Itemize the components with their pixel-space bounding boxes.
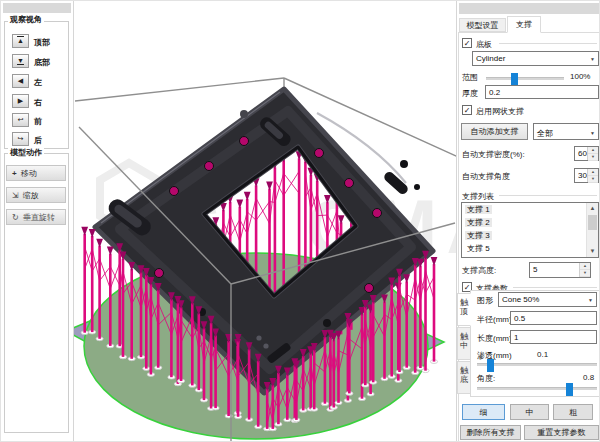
spin-up-icon[interactable]: ▲ bbox=[588, 169, 598, 176]
chevron-down-icon: ▼ bbox=[590, 130, 595, 136]
list-item[interactable]: 支撑 5 bbox=[462, 242, 598, 255]
right-dock-titlebar[interactable] bbox=[459, 3, 600, 14]
radius-input[interactable]: 0.5 bbox=[510, 311, 597, 325]
viewport-scene[interactable]: SOMA bbox=[74, 1, 456, 442]
penetration-value: 0.1 bbox=[537, 350, 548, 359]
shape-select[interactable]: Cone 50% ▼ bbox=[498, 292, 597, 307]
spin-down-icon[interactable]: ▼ bbox=[588, 154, 598, 161]
spin-down-icon[interactable]: ▼ bbox=[580, 270, 590, 277]
tab-support[interactable]: 支撑 bbox=[507, 16, 541, 33]
side-tab-middle[interactable]: 触中 bbox=[457, 327, 471, 360]
thickness-input[interactable]: 0.2 bbox=[485, 85, 599, 99]
auto-angle-label: 自动支撑角度 bbox=[462, 171, 510, 182]
move-button[interactable]: + 移动 bbox=[6, 165, 66, 181]
side-tab-bottom[interactable]: 触底 bbox=[457, 361, 471, 394]
model-action-group-title: 模型动作 bbox=[8, 147, 44, 158]
left-dock-titlebar[interactable] bbox=[3, 3, 71, 13]
range-value: 100% bbox=[570, 72, 590, 81]
bottom-plate-label: 底板 bbox=[476, 39, 492, 50]
list-item[interactable]: 支撑 2 bbox=[462, 216, 598, 229]
view-top-icon: ▲ bbox=[17, 37, 24, 44]
scale-button[interactable]: ⇲ 缩放 bbox=[6, 187, 66, 203]
slicer-app-window: 观察视角 ▲ 顶部 ▼ 底部 ◀ 左 ▶ 右 ↩ 前 ↪ 后 模型动作 + 移 bbox=[0, 0, 600, 442]
view-right-icon: ▶ bbox=[18, 97, 23, 104]
right-settings-panel: 模型设置 支撑 ✓ 底板 Cylinder ▼ 范围 100% 厚度 0.2 ✓… bbox=[456, 1, 600, 442]
auto-add-support-button[interactable]: 自动添加支撑 bbox=[461, 123, 528, 140]
range-slider[interactable] bbox=[486, 77, 564, 80]
delete-all-supports-button[interactable]: 删除所有支撑 bbox=[460, 425, 521, 440]
view-left-icon: ◀ bbox=[18, 77, 23, 84]
bottom-plate-checkbox[interactable]: ✓ bbox=[462, 38, 472, 48]
radius-label: 半径(mm) bbox=[477, 314, 512, 325]
support-height-spinner[interactable]: 5 ▲▼ bbox=[529, 262, 591, 278]
rotate-icon: ↻ bbox=[12, 213, 19, 222]
penetration-slider-thumb[interactable] bbox=[487, 359, 494, 372]
move-icon: + bbox=[12, 169, 17, 178]
chevron-down-icon: ▼ bbox=[590, 56, 595, 62]
length-label: 长度(mm) bbox=[477, 333, 512, 344]
spin-down-icon[interactable]: ▼ bbox=[588, 176, 598, 183]
auto-add-scope-select[interactable]: 全部 ▼ bbox=[533, 123, 599, 140]
view-back-icon: ↪ bbox=[18, 135, 24, 142]
side-tab-tip[interactable]: 触顶 bbox=[457, 293, 471, 326]
plate-shape-select[interactable]: Cylinder ▼ bbox=[472, 51, 599, 66]
support-height-label: 支撑高度: bbox=[462, 265, 496, 276]
vertical-rotate-button[interactable]: ↻ 垂直旋转 bbox=[6, 209, 66, 225]
support-list-title: 支撑列表 bbox=[462, 191, 494, 202]
penetration-slider[interactable] bbox=[477, 363, 597, 366]
view-bottom-icon: ▼ bbox=[17, 57, 24, 64]
support-listbox[interactable]: 支撑 1 支撑 2 支撑 3 支撑 5 ▲ ▼ bbox=[461, 202, 599, 258]
tip-angle-value: 0.8 bbox=[583, 373, 594, 382]
mesh-support-label: 启用网状支撑 bbox=[476, 106, 524, 117]
length-input[interactable]: 1 bbox=[510, 330, 597, 344]
spin-up-icon[interactable]: ▲ bbox=[580, 263, 590, 270]
list-item[interactable]: 支撑 3 bbox=[462, 229, 598, 242]
spin-up-icon[interactable]: ▲ bbox=[588, 147, 598, 154]
mesh-support-checkbox[interactable]: ✓ bbox=[462, 105, 472, 115]
detail-medium-button[interactable]: 中 bbox=[510, 404, 549, 420]
auto-density-spinner[interactable]: 60 ▲▼ bbox=[574, 146, 599, 161]
bottom-plate-rule bbox=[499, 43, 597, 44]
tip-angle-label: 角度: bbox=[477, 373, 495, 384]
viewport-3d[interactable]: SOMA bbox=[74, 1, 456, 442]
view-angle-group-title: 观察视角 bbox=[8, 14, 44, 25]
tab-model-settings[interactable]: 模型设置 bbox=[459, 18, 506, 32]
view-front-icon: ↩ bbox=[18, 116, 24, 123]
auto-density-label: 自动支撑密度(%): bbox=[462, 149, 525, 160]
tip-angle-slider[interactable] bbox=[477, 387, 597, 390]
tip-angle-slider-thumb[interactable] bbox=[566, 383, 573, 396]
scroll-up-icon[interactable]: ▲ bbox=[587, 203, 598, 214]
detail-fine-button[interactable]: 细 bbox=[462, 404, 505, 420]
list-item[interactable]: 支撑 1 bbox=[462, 203, 598, 216]
chevron-down-icon: ▼ bbox=[588, 297, 593, 303]
auto-angle-spinner[interactable]: 30 ▲▼ bbox=[574, 168, 599, 183]
range-label: 范围 bbox=[462, 72, 478, 83]
reset-support-params-button[interactable]: 重置支撑参数 bbox=[524, 425, 599, 440]
list-scrollbar[interactable]: ▲ ▼ bbox=[586, 203, 598, 257]
left-sidebar: 观察视角 ▲ 顶部 ▼ 底部 ◀ 左 ▶ 右 ↩ 前 ↪ 后 模型动作 + 移 bbox=[1, 1, 74, 442]
thickness-label: 厚度 bbox=[462, 88, 478, 99]
shape-label: 图形 bbox=[477, 295, 493, 306]
penetration-label: 渗透(mm) bbox=[477, 350, 512, 361]
scale-icon: ⇲ bbox=[12, 191, 19, 200]
scroll-down-icon[interactable]: ▼ bbox=[587, 246, 598, 257]
scrollbar-thumb[interactable] bbox=[588, 215, 597, 230]
detail-coarse-button[interactable]: 粗 bbox=[553, 404, 593, 420]
